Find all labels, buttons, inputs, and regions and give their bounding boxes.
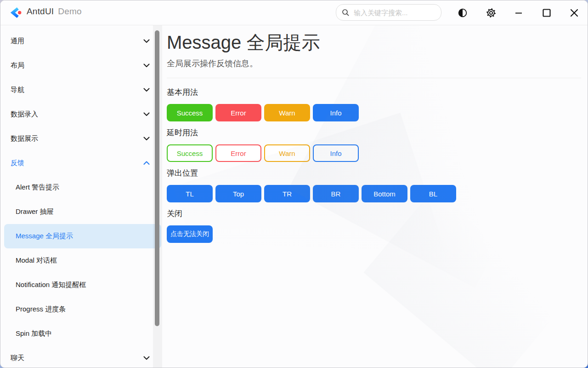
sidebar-item-chat[interactable]: 聊天 [4,346,161,368]
search-box[interactable] [336,4,441,21]
page-title: Message 全局提示 [167,31,581,54]
sidebar-item-drawer[interactable]: Drawer 抽屉 [4,200,161,224]
sidebar-item-label: 数据展示 [11,134,143,143]
sidebar-item-label: 布局 [11,61,143,70]
sidebar-item-label: 通用 [11,37,143,46]
close-button[interactable] [566,5,582,21]
sidebar-item-label: Spin 加载中 [16,329,150,338]
theme-toggle-button[interactable] [455,5,470,21]
sidebar-item-label: 导航 [11,86,143,94]
position-tl-button[interactable]: TL [167,185,213,202]
sidebar-item-label: Progress 进度条 [16,305,150,314]
section-heading-basic: 基本用法 [167,87,581,98]
message-error-button[interactable]: Error [215,104,261,121]
search-input[interactable] [353,8,441,17]
sidebar-item-label: 聊天 [11,354,143,362]
settings-gear-icon [486,7,497,18]
position-bottom-button[interactable]: Bottom [362,185,407,202]
sidebar-item-general[interactable]: 通用 [4,29,161,53]
chevron-down-icon [143,356,150,360]
antdui-logo-icon [10,6,22,19]
theme-contrast-icon [458,8,468,18]
position-br-button[interactable]: BR [313,185,359,202]
page-subtitle: 全局展示操作反馈信息。 [167,58,581,69]
section-heading-delay: 延时用法 [167,127,581,138]
app-window: AntdUIDemo [0,0,588,368]
delay-buttons-row: Success Error Warn Info [167,144,581,162]
sidebar-item-data-display[interactable]: 数据展示 [4,126,161,151]
sidebar-item-modal[interactable]: Modal 对话框 [4,248,161,273]
sidebar-item-navigation[interactable]: 导航 [4,78,161,102]
sidebar-item-label: Alert 警告提示 [16,183,150,192]
message-warn-button[interactable]: Warn [264,104,310,121]
close-buttons-row: 点击无法关闭 [167,225,581,243]
sidebar-item-label: Message 全局提示 [16,232,150,241]
position-top-button[interactable]: Top [215,185,261,202]
sidebar-item-feedback[interactable]: 反馈 [4,151,161,175]
minimize-button[interactable] [511,5,526,21]
sidebar-item-label: 数据录入 [11,110,143,119]
chevron-down-icon [143,88,150,92]
cannot-close-button[interactable]: 点击无法关闭 [167,225,213,243]
sidebar-item-label: Drawer 抽屉 [16,207,150,216]
sidebar-item-label: Notification 通知提醒框 [16,281,150,289]
sidebar-item-layout[interactable]: 布局 [4,53,161,78]
app-name: AntdUI [27,6,54,16]
app-suffix: Demo [58,6,81,16]
sidebar-item-label: Modal 对话框 [16,256,150,265]
minimize-icon [514,8,523,17]
delay-info-button[interactable]: Info [313,144,359,162]
sidebar-item-alert[interactable]: Alert 警告提示 [4,175,161,200]
sidebar-item-data-entry[interactable]: 数据录入 [4,102,161,126]
chevron-down-icon [143,39,150,43]
search-icon [342,9,350,17]
settings-button[interactable] [483,5,499,21]
position-bl-button[interactable]: BL [410,185,456,202]
message-info-button[interactable]: Info [313,104,359,121]
main-content: Message 全局提示 全局展示操作反馈信息。 基本用法 Success Er… [162,25,588,368]
chevron-down-icon [143,63,150,68]
sidebar-item-spin[interactable]: Spin 加载中 [4,322,161,346]
chevron-down-icon [143,112,150,116]
sidebar-item-progress[interactable]: Progress 进度条 [4,297,161,322]
maximize-icon [542,8,552,18]
delay-warn-button[interactable]: Warn [264,144,310,162]
delay-error-button[interactable]: Error [215,144,261,162]
message-success-button[interactable]: Success [167,104,213,121]
title-bar: AntdUIDemo [0,0,588,25]
maximize-button[interactable] [539,5,554,21]
section-heading-position: 弹出位置 [167,168,581,179]
sidebar-nav: 通用 布局 导航 数据录入 数据展示 反馈 Alert 警告提示 Drawer … [0,25,162,368]
chevron-up-icon [143,161,150,165]
divider [167,78,581,78]
chevron-down-icon [143,137,150,141]
close-icon [569,8,579,18]
sidebar-item-notification[interactable]: Notification 通知提醒框 [4,273,161,297]
basic-buttons-row: Success Error Warn Info [167,104,581,121]
sidebar-scrollbar-thumb[interactable] [155,30,159,326]
delay-success-button[interactable]: Success [167,144,213,162]
sidebar-item-message[interactable]: Message 全局提示 [4,224,161,248]
sidebar-item-label: 反馈 [11,159,143,167]
app-title: AntdUIDemo [27,6,82,17]
position-tr-button[interactable]: TR [264,185,310,202]
position-buttons-row: TL Top TR BR Bottom BL [167,185,581,202]
section-heading-close: 关闭 [167,208,581,219]
